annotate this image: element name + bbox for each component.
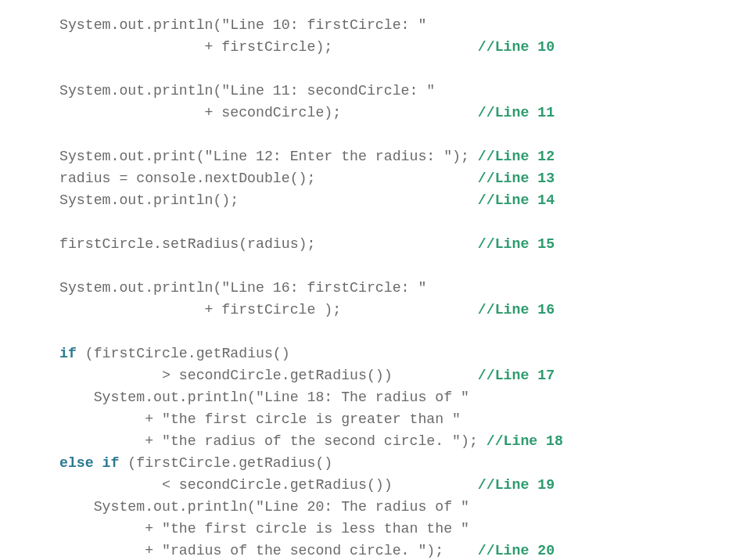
code-line: System.out.println("Line 10: firstCircle… (59, 17, 426, 33)
code-line: + secondCircle); (59, 105, 478, 120)
code-line: System.out.println("Line 20: The radius … (59, 499, 469, 515)
code-line: + "radius of the second circle. "); (59, 543, 478, 558)
comment-line-14: //Line 14 (478, 192, 555, 208)
code-line: System.out.println("Line 18: The radius … (59, 389, 469, 405)
keyword-if: if (59, 346, 77, 361)
code-line: + "the first circle is greater than " (59, 411, 461, 427)
comment-line-13: //Line 13 (478, 171, 555, 186)
code-line: System.out.println("Line 11: secondCircl… (59, 83, 435, 99)
code-line: System.out.print("Line 12: Enter the rad… (59, 149, 478, 164)
comment-line-16: //Line 16 (478, 302, 555, 318)
code-line: radius = console.nextDouble(); (59, 171, 478, 186)
code-line: (firstCircle.getRadius() (77, 346, 290, 361)
comment-line-19: //Line 19 (478, 477, 555, 493)
code-line: + "the first circle is less than the " (59, 521, 469, 537)
code-block: System.out.println("Line 10: firstCircle… (0, 0, 736, 560)
code-line: > secondCircle.getRadius()) (59, 368, 478, 383)
comment-line-15: //Line 15 (478, 236, 555, 252)
code-line: System.out.println(); (59, 192, 478, 208)
code-line: + firstCircle); (59, 39, 478, 55)
code-line: System.out.println("Line 16: firstCircle… (59, 280, 426, 296)
code-line: firstCircle.setRadius(radius); (59, 236, 478, 252)
code-line: + "the radius of the second circle. "); (59, 433, 486, 449)
code-line: + firstCircle ); (59, 302, 478, 318)
comment-line-17: //Line 17 (478, 368, 555, 383)
code-page: System.out.println("Line 10: firstCircle… (0, 0, 736, 560)
code-line: < secondCircle.getRadius()) (59, 477, 478, 493)
comment-line-12: //Line 12 (478, 149, 555, 164)
comment-line-18: //Line 18 (486, 433, 563, 449)
keyword-else-if: else if (59, 455, 119, 471)
comment-line-11: //Line 11 (478, 105, 555, 120)
comment-line-10: //Line 10 (478, 39, 555, 55)
code-line: (firstCircle.getRadius() (119, 455, 332, 471)
comment-line-20: //Line 20 (478, 543, 555, 558)
